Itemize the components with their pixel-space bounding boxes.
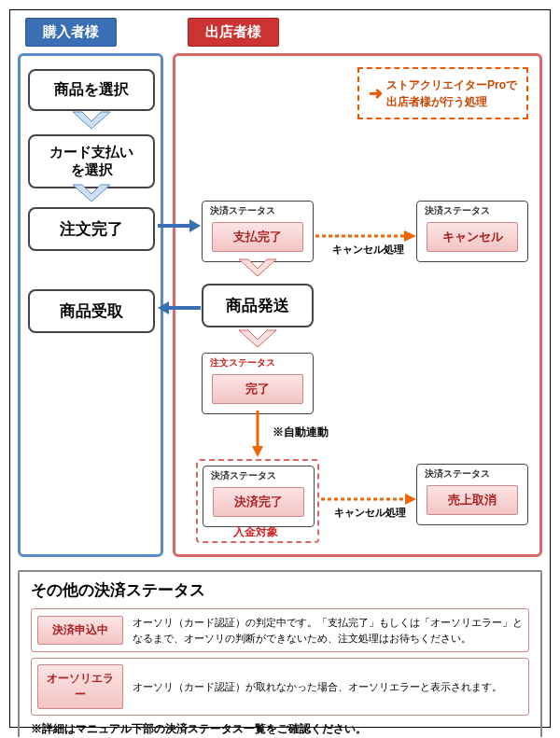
footer-panel: その他の決済ステータス 決済申込中 オーソリ（カード認証）の判定中です。「支払完… [18,570,542,737]
revoke-status-frame: 決済ステータス 売上取消 [416,464,528,525]
deposit-group: 決済ステータス 決済完了 入金対象 [196,459,319,543]
status-label: 決済ステータス [210,204,275,217]
ship-step: 商品発送 [202,284,314,327]
order-done-status: 完了 [212,374,303,404]
buyer-step-3: 注文完了 [28,207,155,251]
status-auth-error-desc: オーソリ（カード認証）が取れなかった場合、オーソリエラーと表示されます。 [133,679,502,695]
svg-marker-9 [405,494,416,505]
status-label: 注文ステータス [210,356,275,369]
revoke-status: 売上取消 [427,485,518,515]
svg-marker-4 [239,259,276,276]
chevron-down-icon [71,110,112,134]
buyer-column: 商品を選択 カード支払い を選択 注文完了 商品受取 [18,53,163,557]
order-status-frame: 注文ステータス 完了 [202,353,314,414]
buyer-step-1: 商品を選択 [28,69,155,111]
svg-marker-5 [239,330,276,347]
chevron-down-icon [237,328,278,353]
status-pending: 決済申込中 [37,616,123,645]
seller-title: 出店者様 [188,18,279,47]
cancel-process-label-2: キャンセル処理 [334,506,406,520]
chevron-down-icon [71,183,112,207]
arrow-right-icon [158,217,201,238]
svg-marker-0 [73,112,110,129]
buyer-step-4: 商品受取 [28,289,155,333]
pay-status-frame: 決済ステータス 支払完了 [202,201,314,262]
arrow-left-icon [158,299,201,320]
status-pending-desc: オーソリ（カード認証）の判定中です。「支払完了」もしくは「オーソリエラー」となる… [133,615,523,646]
arrow-down-icon [250,411,265,461]
pay-done-status: 支払完了 [212,222,303,252]
diagram-container: 購入者様 出店者様 商品を選択 カード支払い を選択 注文完了 商品受取 ➜スト… [9,9,551,728]
chevron-down-icon [237,258,278,282]
status-auth-error: オーソリエラー [37,664,123,709]
svg-marker-11 [189,219,201,232]
svg-marker-7 [252,446,263,457]
status-label: 決済ステータス [211,469,276,482]
footer-note: ※詳細はマニュアル下部の決済ステータス一覧をご確認ください。 [31,721,529,737]
svg-marker-3 [404,230,416,242]
cancel-status-frame: 決済ステータス キャンセル [416,201,528,262]
deposit-note: 入金対象 [233,524,278,540]
legend-text: ストアクリエイターProで 出店者様が行う処理 [386,77,517,110]
footer-row: 決済申込中 オーソリ（カード認証）の判定中です。「支払完了」もしくは「オーソリエ… [31,608,529,652]
footer-row: オーソリエラー オーソリ（カード認証）が取れなかった場合、オーソリエラーと表示さ… [31,658,529,716]
buyer-step-2: カード支払い を選択 [28,134,155,188]
footer-title: その他の決済ステータス [31,579,529,601]
svg-marker-1 [73,185,110,202]
status-label: 決済ステータス [425,467,490,480]
svg-marker-13 [158,301,169,314]
settle-done-status: 決済完了 [213,487,304,517]
status-label: 決済ステータス [425,204,490,217]
auto-link-label: ※自動連動 [273,425,329,440]
buyer-title: 購入者様 [25,18,117,47]
cancel-process-label: キャンセル処理 [332,243,404,257]
cancel-status: キャンセル [427,222,518,252]
seller-column: ➜ストアクリエイターProで 出店者様が行う処理 決済ステータス 支払完了 決済… [173,53,542,557]
arrow-right-icon: ➜ [369,84,383,103]
legend-box: ➜ストアクリエイターProで 出店者様が行う処理 [357,67,528,119]
